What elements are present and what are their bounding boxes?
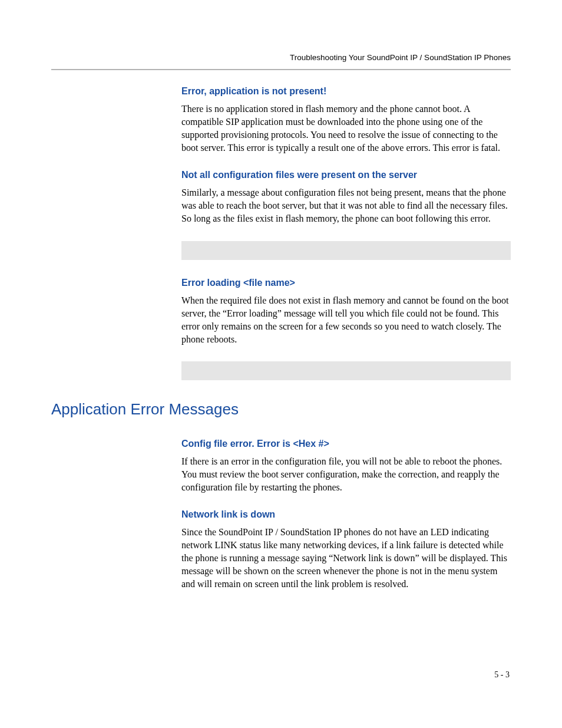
section-error-application-not-present: Error, application is not present! There… xyxy=(181,86,511,154)
body-paragraph: Since the SoundPoint IP / SoundStation I… xyxy=(181,526,511,591)
sub-heading: Not all configuration files were present… xyxy=(181,170,511,180)
body-paragraph: Similarly, a message about configuration… xyxy=(181,186,511,225)
grey-bar xyxy=(181,361,511,380)
divider-bar xyxy=(181,361,511,380)
body-paragraph: If there is an error in the configuratio… xyxy=(181,455,511,494)
header-rule xyxy=(51,69,511,70)
sub-heading: Error, application is not present! xyxy=(181,86,511,97)
section-error-loading-file: Error loading <file name> When the requi… xyxy=(181,278,511,346)
section-config-file-error: Config file error. Error is <Hex #> If t… xyxy=(181,439,511,494)
page-number: 5 - 3 xyxy=(494,670,510,680)
divider-bar xyxy=(181,241,511,260)
content-area: Error, application is not present! There… xyxy=(51,86,511,606)
sub-heading: Error loading <file name> xyxy=(181,278,511,288)
grey-bar xyxy=(181,241,511,260)
section-heading-application-error-messages: Application Error Messages xyxy=(51,400,511,419)
body-paragraph: When the required file does not exist in… xyxy=(181,294,511,346)
body-paragraph: There is no application stored in flash … xyxy=(181,103,511,154)
sub-heading: Config file error. Error is <Hex #> xyxy=(181,439,511,449)
running-header: Troubleshooting Your SoundPoint IP / Sou… xyxy=(290,53,511,62)
sub-heading: Network link is down xyxy=(181,509,511,520)
section-not-all-config-files: Not all configuration files were present… xyxy=(181,170,511,225)
section-network-link-down: Network link is down Since the SoundPoin… xyxy=(181,509,511,591)
page: Troubleshooting Your SoundPoint IP / Sou… xyxy=(0,0,562,728)
